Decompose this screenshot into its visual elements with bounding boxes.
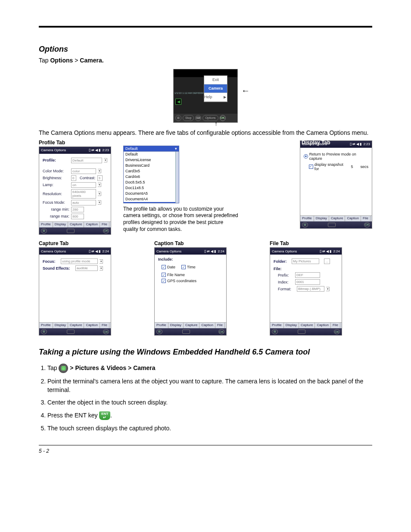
tab-profile[interactable]: Profile — [155, 323, 168, 328]
se-select[interactable]: audible — [75, 265, 98, 271]
list-item[interactable]: DriversLicense — [124, 157, 179, 163]
ok-button[interactable]: OK — [103, 329, 109, 334]
keyboard-icon[interactable] — [67, 229, 75, 233]
tab-display[interactable]: Display — [168, 323, 184, 328]
tab-file[interactable]: File — [100, 323, 109, 328]
color-select[interactable]: color — [71, 168, 96, 174]
popup-help[interactable]: Help▶ — [204, 93, 227, 102]
filename-checkbox[interactable]: ✓ — [162, 273, 166, 277]
contrast-input[interactable]: 3 — [97, 175, 103, 181]
keyboard-icon[interactable]: ⌨ — [195, 115, 201, 121]
list-item[interactable]: Default — [124, 152, 179, 157]
step-5: The touch screen displays the captured p… — [47, 424, 372, 433]
tab-display[interactable]: Display — [53, 222, 68, 227]
profile-select[interactable]: Default — [71, 158, 102, 163]
gps-checkbox[interactable]: ✓ — [162, 279, 166, 283]
tab-display[interactable]: Display — [284, 323, 299, 328]
dropdown-icon[interactable]: ▾ — [100, 259, 103, 264]
dropdown-icon[interactable]: ▾ — [98, 192, 101, 196]
brightness-input[interactable]: 0 — [71, 175, 76, 181]
tab-capture[interactable]: Capture — [184, 323, 199, 328]
tab-capture[interactable]: Capture — [68, 323, 84, 328]
resolution-select[interactable]: 640x480 pixels — [71, 189, 96, 199]
dropdown-icon[interactable]: ▾ — [100, 266, 103, 271]
list-item[interactable]: Doc8.5x5.5 — [124, 180, 179, 185]
start-icon[interactable]: ⊞ — [175, 115, 181, 121]
list-item[interactable]: DocumentA4 — [124, 196, 179, 202]
start-icon[interactable]: ⊞ — [41, 228, 47, 233]
profile-listbox[interactable]: Default▾ DefaultDriversLicenseBusinessCa… — [123, 146, 179, 203]
time-checkbox[interactable]: ✓ — [181, 265, 186, 269]
keyboard-icon[interactable] — [298, 330, 305, 334]
dropdown-icon[interactable]: ▾ — [98, 200, 101, 205]
rmax-input[interactable]: 800 — [71, 214, 84, 219]
popup-exit[interactable]: Exit — [204, 76, 227, 84]
dropdown-icon[interactable]: ▾ — [104, 158, 107, 162]
tab-file[interactable]: File — [215, 323, 225, 328]
dropdown-icon[interactable]: ▾ — [326, 287, 330, 291]
tab-caption[interactable]: Caption — [84, 222, 100, 227]
list-item[interactable]: Card4x6 — [124, 174, 179, 180]
list-item[interactable]: Custom — [124, 202, 179, 203]
ok-button[interactable]: OK — [334, 329, 340, 334]
keyboard-icon[interactable] — [182, 330, 190, 334]
focus-label: Focus Mode: — [43, 200, 69, 205]
display-snapshot-label: display snapshot for — [314, 162, 347, 171]
focus-select[interactable]: auto — [71, 200, 96, 205]
lamp-select[interactable]: on — [71, 182, 96, 188]
keyboard-icon[interactable] — [67, 330, 75, 334]
ok-button[interactable]: OK — [218, 329, 224, 334]
dropdown-icon[interactable]: ▾ — [98, 169, 101, 173]
play-icon[interactable]: ◀ — [175, 99, 181, 105]
list-item[interactable]: DocumentA5 — [124, 191, 179, 196]
format-select[interactable]: Bitmap (.BMP) — [297, 286, 324, 292]
signal-icon: ▯ ⇄ ◀ ▮ — [89, 148, 101, 152]
tab-caption[interactable]: Caption — [199, 323, 215, 328]
stop-button[interactable]: Stop — [183, 115, 194, 121]
index-input[interactable]: 0001 — [295, 279, 320, 285]
tab-profile[interactable]: Profile — [270, 323, 284, 328]
tab-caption[interactable]: Caption — [84, 323, 100, 328]
tab-capture[interactable]: Capture — [299, 323, 315, 328]
popup-camera[interactable]: Camera — [204, 84, 227, 93]
tab-profile[interactable]: Profile — [39, 323, 53, 328]
rmin-label: range min: — [43, 207, 69, 212]
tab-caption[interactable]: Caption — [315, 323, 331, 328]
window-title: Camera Options — [156, 249, 181, 253]
dropdown-icon[interactable]: ▾ — [98, 183, 101, 187]
start-icon[interactable]: ⊞ — [156, 329, 162, 334]
tab-file[interactable]: File — [361, 216, 371, 221]
browse-button[interactable]: ... — [324, 258, 330, 264]
display-tab-title: Display Tab — [300, 140, 372, 146]
file-tab-phone: Camera Options▯ ⇄ ◀ ▮2:24 Folder:My Pict… — [270, 247, 342, 336]
secs-input[interactable]: 5 — [351, 165, 357, 169]
list-item[interactable]: Doc11x8.5 — [124, 185, 179, 191]
date-checkbox[interactable]: ✓ — [162, 265, 166, 269]
tab-caption[interactable]: Caption — [345, 216, 361, 221]
tab-profile[interactable]: Profile — [39, 222, 53, 227]
keyboard-icon[interactable] — [328, 223, 336, 227]
start-icon[interactable]: ⊞ — [272, 329, 278, 334]
tab-capture[interactable]: Capture — [329, 216, 345, 221]
scrollbar[interactable] — [175, 152, 179, 203]
tab-file[interactable]: File — [100, 222, 109, 227]
return-preview-radio[interactable]: ● — [304, 154, 308, 159]
ok-button[interactable]: OK — [103, 228, 109, 233]
focus-select[interactable]: using profile mode — [61, 258, 98, 264]
tab-capture[interactable]: Capture — [68, 222, 84, 227]
list-item[interactable]: BusinessCard — [124, 163, 179, 168]
ok-button[interactable]: OK — [364, 222, 370, 227]
prefix-input[interactable]: DEF — [295, 272, 320, 278]
folder-input[interactable]: My Pictures — [292, 258, 319, 264]
start-icon[interactable]: ⊞ — [41, 329, 47, 334]
dropdown-icon[interactable]: ▾ — [175, 146, 177, 151]
ok-button[interactable]: OK — [220, 115, 226, 121]
tab-file[interactable]: File — [331, 323, 340, 328]
list-item[interactable]: Card3x5 — [124, 168, 179, 174]
tab-display[interactable]: Display — [53, 323, 68, 328]
tab-profile[interactable]: Profile — [300, 216, 314, 221]
display-snapshot-checkbox[interactable]: ✓ — [309, 165, 313, 169]
tab-display[interactable]: Display — [314, 216, 329, 221]
start-icon[interactable]: ⊞ — [302, 222, 308, 227]
rmin-input[interactable]: 280 — [71, 207, 84, 212]
